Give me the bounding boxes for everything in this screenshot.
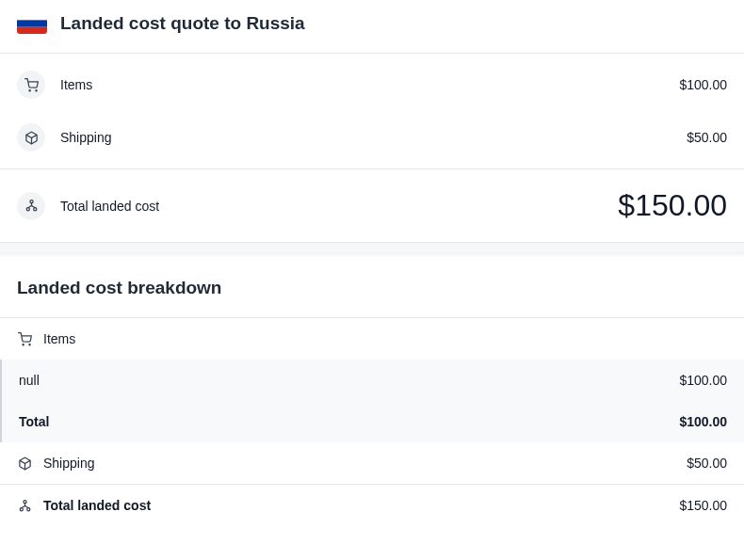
- breakdown-items-label: Items: [43, 331, 75, 346]
- svg-point-12: [23, 344, 24, 344]
- section-gap: [0, 242, 744, 257]
- quote-title: Landed cost quote to Russia: [60, 13, 305, 34]
- svg-rect-2: [17, 27, 47, 34]
- summary-items-label: Items: [60, 77, 92, 92]
- breakdown-item-name: null: [19, 373, 40, 388]
- summary-items-value: $100.00: [679, 77, 727, 92]
- breakdown-total-value: $150.00: [679, 498, 727, 513]
- quote-card: Landed cost quote to Russia Items $100.0…: [0, 0, 744, 242]
- breakdown-items-total-label: Total: [19, 414, 49, 429]
- breakdown-total-row: Total landed cost $150.00: [0, 485, 744, 526]
- breakdown-icon: [17, 498, 32, 513]
- summary-total-row: Total landed cost $150.00: [0, 169, 744, 242]
- breakdown-items-detail: null $100.00 Total $100.00: [0, 360, 744, 442]
- breakdown-items-total-value: $100.00: [679, 414, 727, 429]
- svg-rect-0: [17, 13, 47, 20]
- cart-icon: [17, 71, 45, 99]
- breakdown-item-line: null $100.00: [2, 360, 744, 401]
- svg-point-13: [28, 344, 29, 344]
- box-icon: [17, 123, 45, 152]
- breakdown-title: Landed cost breakdown: [0, 257, 744, 317]
- breakdown-items-header: Items: [0, 318, 744, 360]
- summary-shipping-value: $50.00: [687, 130, 727, 145]
- svg-line-19: [21, 505, 24, 507]
- breakdown-item-value: $100.00: [679, 373, 727, 388]
- breakdown-icon: [17, 192, 45, 220]
- summary-items-row: Items $100.00: [0, 54, 744, 111]
- summary-shipping-label: Shipping: [60, 130, 112, 145]
- svg-line-11: [31, 206, 35, 208]
- breakdown-shipping-label: Shipping: [43, 456, 95, 471]
- svg-point-4: [35, 89, 36, 90]
- svg-rect-1: [17, 20, 47, 26]
- cart-icon: [17, 331, 32, 346]
- summary-total-label: Total landed cost: [60, 199, 159, 214]
- breakdown-total-label: Total landed cost: [43, 498, 151, 513]
- summary-shipping-row: Shipping $50.00: [0, 111, 744, 168]
- svg-point-3: [29, 89, 30, 90]
- flag-russia-icon: [17, 13, 47, 34]
- svg-line-20: [24, 505, 28, 507]
- breakdown-items-total-line: Total $100.00: [2, 401, 744, 442]
- quote-header: Landed cost quote to Russia: [0, 0, 744, 53]
- breakdown-shipping-row: Shipping $50.00: [0, 442, 744, 484]
- svg-line-10: [27, 206, 31, 208]
- breakdown-shipping-value: $50.00: [687, 456, 727, 471]
- box-icon: [17, 456, 32, 471]
- summary-total-value: $150.00: [618, 188, 727, 223]
- breakdown-card: Landed cost breakdown Items null $100.00…: [0, 257, 744, 526]
